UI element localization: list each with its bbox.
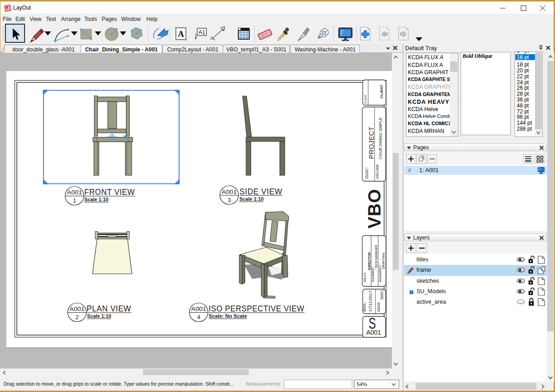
svg-text:TECH.MANAGER: TECH.MANAGER bbox=[371, 267, 374, 282]
svg-text:PLAN VIEW: PLAN VIEW bbox=[87, 304, 131, 313]
svg-text:CHAIR DINING SIMPLE: CHAIR DINING SIMPLE bbox=[378, 117, 383, 159]
svg-text:2: 2 bbox=[75, 314, 78, 321]
svg-text:*: * bbox=[210, 37, 212, 42]
svg-text:PROJECT: PROJECT bbox=[365, 167, 368, 179]
svg-text:S001: S001 bbox=[379, 290, 384, 300]
svg-text:A001: A001 bbox=[70, 305, 85, 312]
svg-text:DIRECTOR: DIRECTOR bbox=[363, 272, 365, 282]
svg-text:Scale 1:10: Scale 1:10 bbox=[87, 313, 111, 319]
svg-text:1: 1 bbox=[73, 197, 76, 204]
svg-text:FRONT VIEW: FRONT VIEW bbox=[84, 188, 135, 197]
svg-text:DRAFTING: DRAFTING bbox=[382, 253, 385, 269]
svg-text:DIRECTOR: DIRECTOR bbox=[367, 252, 371, 270]
svg-text:VBO: VBO bbox=[365, 188, 384, 229]
svg-text:Scale: No Scale: Scale: No Scale bbox=[209, 313, 247, 319]
svg-text:DESIGN.DRAFTING: DESIGN.DRAFTING bbox=[379, 265, 381, 282]
svg-text:4: 4 bbox=[197, 314, 200, 321]
svg-text:A: A bbox=[178, 29, 184, 39]
svg-text:VERSION: VERSION bbox=[377, 303, 380, 312]
svg-text:A001: A001 bbox=[67, 189, 82, 196]
svg-text:A001: A001 bbox=[222, 188, 237, 195]
svg-text:17/11/2017: 17/11/2017 bbox=[368, 290, 373, 312]
svg-text:PROJECT: PROJECT bbox=[368, 127, 375, 159]
svg-text:TECH MANAGER: TECH MANAGER bbox=[375, 245, 378, 269]
svg-text:A001: A001 bbox=[366, 329, 381, 336]
svg-text:A001: A001 bbox=[191, 305, 206, 312]
svg-text:UPDATE: UPDATE bbox=[363, 304, 365, 312]
svg-text:SIDE VIEW: SIDE VIEW bbox=[240, 187, 283, 196]
svg-text:Scale 1:10: Scale 1:10 bbox=[240, 196, 264, 202]
svg-text:A1: A1 bbox=[199, 29, 206, 36]
svg-text:3: 3 bbox=[227, 197, 231, 204]
svg-text:SHEET NAME: SHEET NAME bbox=[375, 164, 378, 179]
svg-text:ISO PERSPECTIVE VIEW: ISO PERSPECTIVE VIEW bbox=[209, 304, 304, 313]
svg-text:CLIENT: CLIENT bbox=[364, 94, 367, 104]
svg-text:3: 3 bbox=[222, 25, 226, 31]
svg-text:Scale 1:10: Scale 1:10 bbox=[84, 197, 108, 202]
svg-text:CLIENT: CLIENT bbox=[380, 85, 384, 98]
